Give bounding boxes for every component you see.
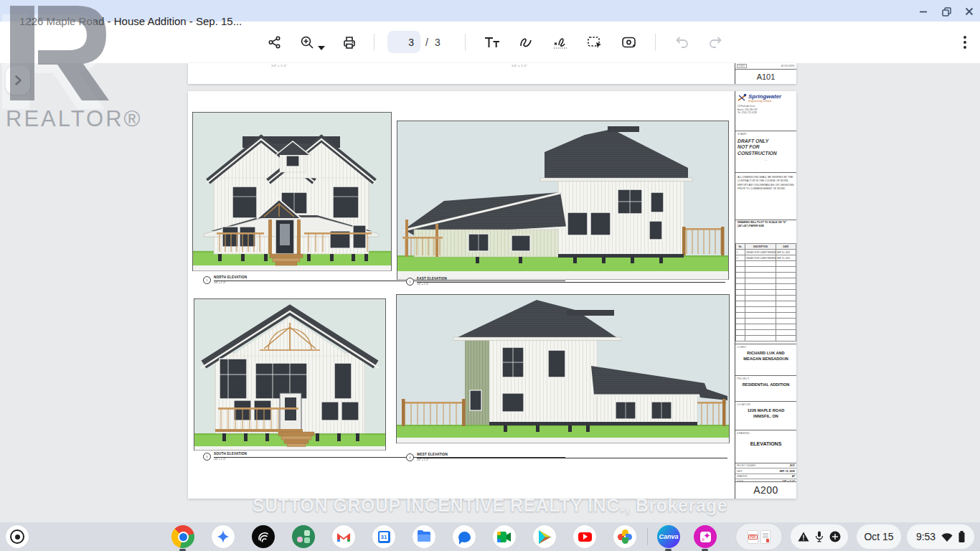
titleblock-location: LOCATION: 1226 MAPLE ROAD INNISFIL, ON	[735, 402, 796, 430]
rev-header-desc: DESCRIPTION	[745, 244, 776, 250]
mint-square	[304, 537, 310, 543]
messages-app-button[interactable]	[453, 525, 476, 548]
rev-date: SEP. 15, 2025	[776, 255, 796, 261]
north-elevation-drawing	[192, 112, 392, 271]
elevation-label-east: 2 EAST ELEVATION 1/4" = 1'-0"	[406, 278, 725, 286]
date-button[interactable]: Oct 15	[857, 524, 901, 549]
zoom-button[interactable]	[298, 34, 316, 51]
system-tray-button[interactable]: 9:53	[907, 524, 974, 549]
page2-scale-value: AS INDICATED	[781, 65, 795, 67]
location-label: LOCATION:	[737, 403, 795, 406]
signature-tool-button[interactable]	[552, 34, 569, 51]
launcher-icon	[10, 529, 24, 544]
scribble-icon	[518, 35, 534, 50]
photos-pinwheel-icon	[618, 529, 632, 544]
shelf-separator	[647, 528, 648, 545]
launcher-button[interactable]	[6, 525, 29, 548]
open-pdf-window-button[interactable]: PDF	[736, 524, 782, 550]
calendar-app-button[interactable]: 31	[372, 525, 395, 548]
page-number-input[interactable]: 3	[387, 31, 420, 53]
minimize-icon	[919, 7, 928, 16]
youtube-app-button[interactable]	[573, 525, 596, 548]
restore-button[interactable]	[938, 4, 954, 19]
canva-app-button[interactable]: Canva	[657, 525, 680, 548]
page-count: / 3	[425, 31, 440, 53]
rev-header-no: No.	[736, 244, 745, 250]
meta-label: PROJECT NUMBER	[737, 464, 755, 467]
calendar-day: 31	[380, 532, 388, 541]
project-label: PROJECT:	[737, 377, 795, 380]
arcs-app-button[interactable]	[252, 525, 275, 548]
plus-circle-icon	[829, 531, 841, 542]
meta-value: SEP. 15, 2025	[780, 470, 795, 473]
redo-button[interactable]	[707, 34, 725, 51]
firm-subtitle: Engineering Limited	[748, 100, 781, 103]
gmail-app-button[interactable]	[332, 525, 355, 548]
titleblock-plot-note: DRAWING WILL PLOT TO SCALE ON "D" (24"x3…	[735, 220, 796, 233]
warning-icon	[798, 532, 809, 542]
titleblock: Springwater Engineering Limited 24 Parks…	[735, 91, 796, 499]
zoom-menu-caret[interactable]	[318, 40, 325, 53]
close-icon	[965, 7, 974, 16]
files-app-button[interactable]	[413, 525, 435, 548]
minimize-button[interactable]	[915, 4, 931, 19]
close-button[interactable]	[961, 4, 977, 19]
redo-icon	[709, 36, 723, 49]
drawing-title: ELEVATIONS	[737, 441, 795, 447]
expand-panel-button[interactable]	[6, 66, 30, 95]
active-indicator	[665, 549, 672, 551]
undo-button[interactable]	[673, 34, 690, 51]
calendar-icon: 31	[378, 531, 390, 543]
status-tray[interactable]	[791, 524, 848, 549]
share-button[interactable]	[266, 34, 283, 51]
text-tool-button[interactable]	[484, 34, 501, 51]
firm-logo-icon	[738, 93, 747, 103]
titleblock-notes: ALL DIMENSIONS SHALL BE VERIFIED BY THE …	[735, 173, 796, 220]
chrome-icon	[178, 532, 189, 542]
draw-tool-button[interactable]	[517, 34, 534, 51]
meta-value: 2011	[790, 464, 795, 467]
shelf-date: Oct 15	[864, 531, 893, 542]
document-title: 1226 Maple Road - House Addition - Sep. …	[19, 0, 242, 42]
detail-bubble: 2	[406, 278, 414, 286]
play-store-app-button[interactable]	[533, 525, 556, 548]
chevron-right-icon	[15, 75, 22, 85]
text-tool-icon	[484, 35, 500, 50]
general-notes: ALL DIMENSIONS SHALL BE VERIFIED BY THE …	[738, 176, 794, 191]
rev-no: 2	[736, 255, 745, 261]
undo-icon	[674, 36, 689, 49]
titleblock-revisions: No. DESCRIPTION DATE 1 ISSUED FOR CLIENT…	[735, 243, 796, 344]
green-app-button[interactable]	[292, 525, 315, 548]
more-menu-button[interactable]	[956, 34, 974, 51]
west-elevation-drawing	[396, 294, 730, 443]
rev-header-date: DATE	[776, 244, 796, 250]
print-button[interactable]	[341, 34, 358, 51]
pdf-doc-icon: PDF	[748, 530, 758, 544]
stamp-label: STAMP:	[738, 133, 794, 136]
select-area-button[interactable]	[586, 34, 603, 51]
client-label: CLIENT:	[737, 346, 795, 349]
page2-sheet-number: A101	[735, 70, 796, 84]
youtube-icon	[578, 532, 592, 542]
chrome-app-button[interactable]	[171, 525, 194, 548]
gemini-app-button[interactable]	[212, 525, 235, 548]
meta-label: DATE	[737, 470, 742, 473]
magenta-app-button[interactable]	[694, 525, 717, 548]
arcs-icon	[256, 529, 270, 544]
camera-lens-icon	[621, 35, 637, 50]
restore-icon	[942, 7, 951, 17]
photos-app-button[interactable]	[613, 525, 636, 548]
rev-desc: ISSUED FOR CLIENT REVIEW	[745, 250, 776, 255]
pdf-page-2-bottom: 1/4" = 1'-0" 1/4" = 1'-0" SCALE: AS INDI…	[188, 63, 796, 84]
titleblock-drawing: DRAWING: ELEVATIONS	[735, 430, 796, 463]
page2-scale-mark: 1/4" = 1'-0"	[271, 64, 287, 67]
stamp-line: CONSTRUCTION	[738, 151, 794, 156]
meet-app-button[interactable]	[493, 525, 516, 548]
screenshot-lens-button[interactable]	[621, 34, 638, 51]
page2-scale-mark: 1/4" = 1'-0"	[512, 64, 527, 67]
titleblock-stamp: STAMP: DRAFT ONLY NOT FOR CONSTRUCTION ·…	[735, 131, 796, 173]
signature-icon	[552, 35, 568, 50]
project-name: RESIDENTIAL ADDITION	[737, 382, 795, 388]
titleblock-firm: Springwater Engineering Limited 24 Parks…	[735, 91, 796, 131]
client-name: RICHARD LUK AND	[737, 351, 795, 357]
